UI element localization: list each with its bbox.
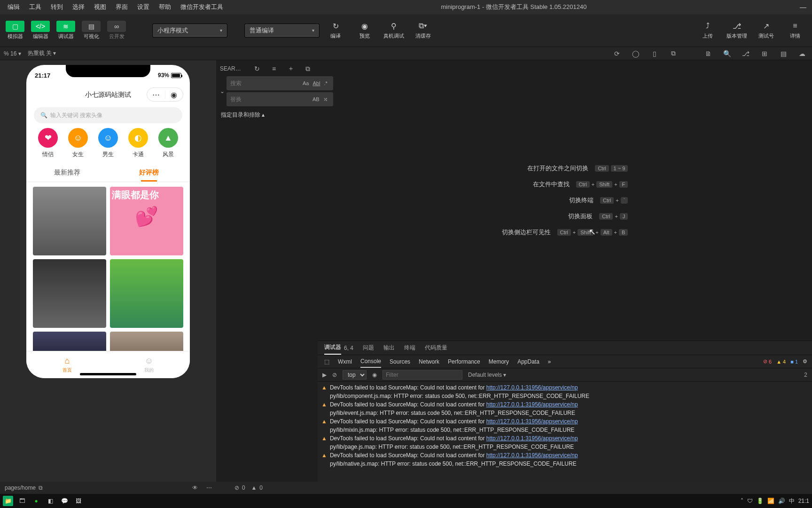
chevron-down-icon[interactable]: ⌄: [220, 88, 225, 95]
remote-debug-button[interactable]: ⚲真机调试: [381, 21, 407, 40]
warn-badge[interactable]: ▲ 4: [776, 359, 786, 365]
minimize-icon[interactable]: —: [800, 3, 806, 11]
error-badge[interactable]: ⊘ 6: [763, 358, 772, 365]
play-icon[interactable]: ▶: [322, 372, 327, 378]
menu-ui[interactable]: 界面: [111, 3, 133, 11]
tile-2[interactable]: 满眼都是你💕: [110, 187, 183, 255]
upload-button[interactable]: ⤴上传: [695, 21, 721, 40]
tab-sources[interactable]: Sources: [390, 358, 410, 365]
console-output[interactable]: ▲DevTools failed to load SourceMap: Coul…: [318, 381, 812, 482]
test-account-button[interactable]: ↗测试号: [753, 21, 779, 40]
tab-network[interactable]: Network: [419, 358, 439, 365]
refresh-search-icon[interactable]: ↻: [251, 64, 263, 73]
hotreload-select[interactable]: 热重载 关 ▾: [28, 49, 56, 57]
clear-console-icon[interactable]: ⊘: [332, 372, 337, 378]
tab-memory[interactable]: Memory: [489, 358, 509, 365]
capsule-menu-icon[interactable]: ⋯: [147, 90, 165, 99]
view-visual[interactable]: ▤可视化: [80, 18, 102, 43]
refresh-icon[interactable]: ⟳: [611, 49, 623, 58]
menu-settings[interactable]: 设置: [133, 3, 154, 11]
search-input[interactable]: [230, 80, 301, 87]
info-badge[interactable]: ■ 1: [790, 359, 798, 365]
menu-view[interactable]: 视图: [89, 3, 111, 11]
stop-icon[interactable]: ◯: [630, 49, 642, 58]
case-icon[interactable]: Aa: [301, 80, 311, 86]
taskbar-explorer-icon[interactable]: 📁: [3, 496, 13, 506]
taskbar-app2-icon[interactable]: ◧: [45, 496, 55, 506]
db-icon[interactable]: ▤: [777, 49, 789, 58]
menu-goto[interactable]: 转到: [46, 3, 68, 11]
preview-button[interactable]: ◉预览: [351, 21, 378, 40]
filter-input[interactable]: [383, 370, 462, 380]
context-select[interactable]: top: [343, 370, 367, 380]
eye-segment[interactable]: 👁: [192, 484, 198, 491]
menu-help[interactable]: 帮助: [154, 3, 176, 11]
search-scope[interactable]: 指定目录和排除 ▴: [220, 108, 314, 122]
taskbar-app1-icon[interactable]: 🗔: [17, 496, 27, 506]
view-debugger[interactable]: ≋调试器: [55, 18, 77, 43]
tab-terminal[interactable]: 终端: [404, 344, 415, 352]
tab-quality[interactable]: 代码质量: [425, 344, 447, 352]
view-simulator[interactable]: ▢模拟器: [4, 18, 26, 43]
tile-1[interactable]: [33, 187, 106, 255]
cloud-icon[interactable]: ☁: [796, 49, 808, 58]
levels-select[interactable]: Default levels ▾: [468, 372, 506, 378]
version-button[interactable]: ⎇版本管理: [724, 21, 750, 40]
menu-select[interactable]: 选择: [68, 3, 89, 11]
tile-4[interactable]: [110, 259, 183, 328]
eye-icon[interactable]: ◉: [372, 372, 377, 378]
mode-select[interactable]: 小程序模式▾: [152, 24, 227, 38]
gear-icon[interactable]: ⚙: [803, 358, 807, 365]
tab-popular[interactable]: 好评榜: [108, 163, 190, 182]
new-file-icon[interactable]: ＋: [285, 64, 297, 73]
tray-shield-icon[interactable]: 🛡: [747, 498, 753, 504]
more-tabs-icon[interactable]: »: [548, 358, 551, 365]
tray-vol-icon[interactable]: 🔊: [778, 498, 785, 504]
tray-up-icon[interactable]: ˄: [741, 498, 743, 504]
view-editor[interactable]: </>编辑器: [29, 18, 52, 43]
tab-output[interactable]: 输出: [383, 344, 395, 352]
menu-wx[interactable]: 微信开发者工具: [176, 3, 228, 11]
tray-wifi-icon[interactable]: 📶: [767, 498, 774, 504]
cat-couple[interactable]: ❤情侣: [38, 128, 58, 159]
capsule[interactable]: ⋯ ◉: [147, 87, 183, 102]
collapse-icon[interactable]: ⧉: [302, 64, 314, 73]
pop-icon[interactable]: ⧉: [667, 49, 679, 58]
tile-3[interactable]: [33, 259, 106, 328]
compile-button[interactable]: ↻编译: [322, 21, 349, 40]
path-segment[interactable]: pages/home⧉: [5, 484, 43, 491]
rotate-icon[interactable]: ▯: [648, 49, 661, 58]
tab-debugger[interactable]: 调试器: [324, 341, 341, 355]
menu-edit[interactable]: 编辑: [3, 3, 24, 11]
compile-select[interactable]: 普通编译▾: [244, 24, 320, 38]
menu-tools[interactable]: 工具: [24, 3, 46, 11]
taskbar-app3-icon[interactable]: 💬: [59, 496, 70, 506]
tray-batt-icon[interactable]: 🔋: [757, 498, 764, 504]
cat-cartoon[interactable]: ◐卡通: [128, 128, 148, 159]
view-cloud[interactable]: ∞云开发: [105, 18, 128, 43]
capsule-close-icon[interactable]: ◉: [165, 90, 183, 99]
tray-ime[interactable]: 中: [789, 497, 795, 505]
files-icon[interactable]: 🗎: [702, 49, 714, 58]
errors-segment[interactable]: ⊘ 0 ▲ 0: [234, 484, 263, 491]
inspect-icon[interactable]: ⬚: [324, 358, 329, 365]
tab-appdata[interactable]: AppData: [517, 358, 539, 365]
details-button[interactable]: ≡详情: [782, 21, 808, 40]
more-segment[interactable]: ⋯: [206, 484, 212, 491]
tab-wxml[interactable]: Wxml: [338, 358, 352, 365]
cat-girl[interactable]: ☺女生: [68, 128, 88, 159]
clear-search-icon[interactable]: ≡: [268, 64, 280, 73]
cat-boy[interactable]: ☺男生: [98, 128, 118, 159]
zoom-select[interactable]: % 16 ▾: [4, 50, 21, 57]
tab-problems[interactable]: 问题: [363, 344, 374, 352]
search-icon[interactable]: 🔍: [721, 49, 733, 58]
tab-console[interactable]: Console: [360, 355, 381, 368]
tab-latest[interactable]: 最新推荐: [26, 163, 108, 182]
ext-icon[interactable]: ⊞: [758, 49, 771, 58]
clear-cache-button[interactable]: ⧉▾清缓存: [410, 21, 436, 40]
git-icon[interactable]: ⎇: [740, 49, 752, 58]
tab-performance[interactable]: Performance: [448, 358, 480, 365]
search-box[interactable]: 🔍 输入关键词 搜索头像: [34, 107, 182, 123]
replace-input[interactable]: [230, 96, 311, 103]
cat-scenery[interactable]: ▲风景: [158, 128, 178, 159]
